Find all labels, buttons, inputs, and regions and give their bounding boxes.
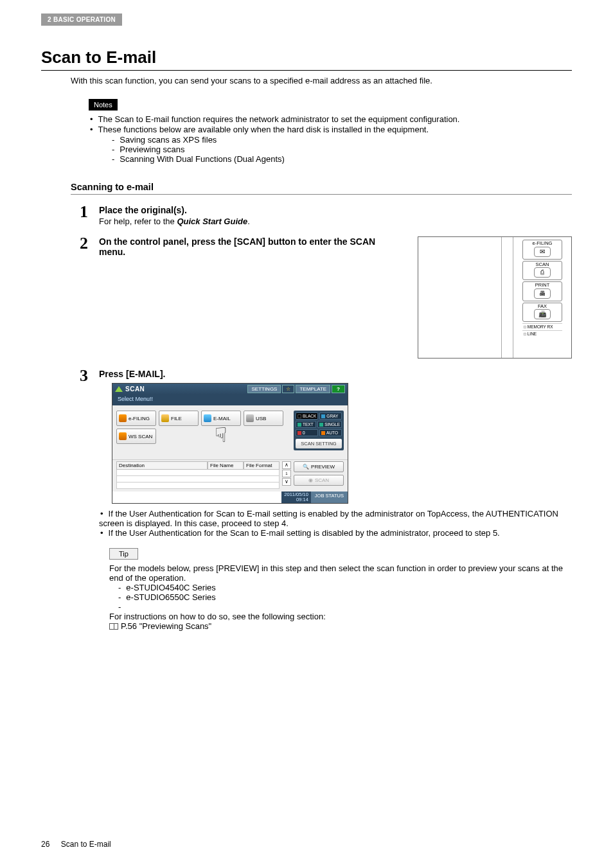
- notes-block: Notes The Scan to E-mail function requir…: [89, 98, 572, 164]
- screen-subtitle: Select Menu!!: [112, 394, 348, 405]
- scan-logo-icon: [115, 386, 123, 392]
- breadcrumb: 2 BASIC OPERATION: [41, 13, 122, 26]
- scan-menu-screenshot: SCAN SETTINGS ☆ TEMPLATE ? Select Menu!!…: [112, 383, 348, 504]
- scan-button[interactable]: ◉SCAN: [294, 475, 344, 486]
- col-destination: Destination: [116, 461, 208, 470]
- note-item: These functions below are available only…: [89, 125, 572, 134]
- control-panel-illustration: e-FILING✉ SCAN⎙ PRINT🖶 FAX📠 MEMORY RX LI…: [418, 236, 572, 359]
- fax-icon: 📠: [534, 309, 551, 319]
- step3-note: If the User Authentication for Scan to E…: [99, 509, 572, 528]
- usb-icon: [246, 414, 254, 422]
- efiling-button[interactable]: e-FILING: [116, 411, 156, 426]
- page-number: 26: [41, 840, 49, 849]
- preview-button[interactable]: 🔍PREVIEW: [294, 461, 344, 472]
- step-1: 1 Place the original(s). For help, refer…: [80, 204, 572, 226]
- panel-print-button: PRINT🖶: [522, 281, 562, 301]
- step-subtext: For help, refer to the Quick Start Guide…: [99, 217, 572, 226]
- tip-model: e-STUDIO4540C Series: [118, 583, 572, 592]
- tip-post: For instructions on how to do so, see th…: [109, 612, 572, 621]
- scan-settings-panel: BLACKGRAY TEXTSINGLE 0AUTO SCAN SETTING: [294, 411, 344, 450]
- scan-setting-button[interactable]: SCAN SETTING: [296, 439, 342, 448]
- nav-up-button[interactable]: ∧: [282, 461, 291, 469]
- nav-down-button[interactable]: ∨: [282, 478, 291, 486]
- note-subitem: Scanning With Dual Functions (Dual Agent…: [112, 154, 572, 164]
- usb-button[interactable]: USB: [244, 411, 283, 426]
- memory-rx-indicator: MEMORY RX: [522, 323, 562, 329]
- help-button[interactable]: ?: [332, 385, 345, 393]
- envelope-icon: ✉: [534, 247, 551, 257]
- nav-page: 1 1: [282, 470, 291, 477]
- efiling-icon: [119, 414, 127, 422]
- tip-model: e-STUDIO6550C Series: [118, 592, 572, 602]
- job-status-button[interactable]: JOB STATUS: [311, 492, 348, 503]
- email-icon: [204, 414, 211, 422]
- intro-text: With this scan function, you can send yo…: [71, 76, 572, 85]
- pointer-hand-icon: ☟: [215, 423, 227, 447]
- email-button[interactable]: E-MAIL ☟: [201, 411, 241, 426]
- page-title: Scan to E-mail: [41, 48, 572, 71]
- line-indicator: LINE: [522, 330, 562, 336]
- col-fileformat: File Format: [244, 461, 280, 470]
- page-footer: 26 Scan to E-mail: [41, 840, 111, 849]
- timestamp: 2011/05/10 09:14: [281, 492, 311, 503]
- tip-label: Tip: [109, 548, 138, 560]
- step-title: Press [E-MAIL].: [99, 369, 572, 379]
- note-subitem: Previewing scans: [112, 145, 572, 154]
- favorite-button[interactable]: ☆: [282, 385, 294, 393]
- panel-efiling-button: e-FILING✉: [522, 240, 562, 260]
- tip-text: For the models below, press [PREVIEW] in…: [109, 563, 572, 583]
- notes-label: Notes: [89, 99, 118, 111]
- print-icon: 🖶: [534, 288, 551, 299]
- table-rows: [116, 470, 280, 489]
- panel-scan-button: SCAN⎙: [522, 261, 562, 281]
- step3-note: If the User Authentication for the Scan …: [99, 528, 572, 538]
- step-number: 3: [80, 368, 99, 384]
- subheading: Scanning to e-mail: [71, 182, 572, 195]
- scan-start-icon: ◉: [308, 477, 313, 483]
- step-title: Place the original(s).: [99, 205, 572, 215]
- note-subitem: Saving scans as XPS files: [112, 135, 572, 145]
- tip-reference: P.56 "Previewing Scans": [109, 621, 572, 631]
- ws-scan-button[interactable]: WS SCAN: [116, 429, 156, 444]
- step-3: 3 Press [E-MAIL]. SCAN SETTINGS ☆ TEMPLA…: [80, 368, 572, 631]
- file-icon: [161, 414, 169, 422]
- step-number: 2: [80, 235, 99, 252]
- step-title: On the control panel, press the [SCAN] b…: [99, 236, 382, 257]
- footer-section: Scan to E-mail: [61, 840, 111, 849]
- book-icon: [109, 623, 118, 630]
- col-filename: File Name: [208, 461, 244, 470]
- preview-icon: 🔍: [303, 464, 309, 470]
- file-button[interactable]: FILE: [159, 411, 199, 426]
- tip-block: Tip For the models below, press [PREVIEW…: [109, 548, 572, 631]
- ws-scan-icon: [119, 432, 127, 440]
- settings-button[interactable]: SETTINGS: [247, 385, 281, 393]
- step-number: 1: [80, 204, 99, 220]
- note-item: The Scan to E-mail function requires the…: [89, 114, 572, 124]
- screen-title: SCAN: [125, 385, 145, 393]
- step-2: 2 On the control panel, press the [SCAN]…: [80, 235, 572, 359]
- template-button[interactable]: TEMPLATE: [296, 385, 330, 393]
- scan-icon: ⎙: [534, 267, 551, 278]
- panel-fax-button: FAX📠: [522, 303, 562, 323]
- tip-model: [118, 602, 572, 612]
